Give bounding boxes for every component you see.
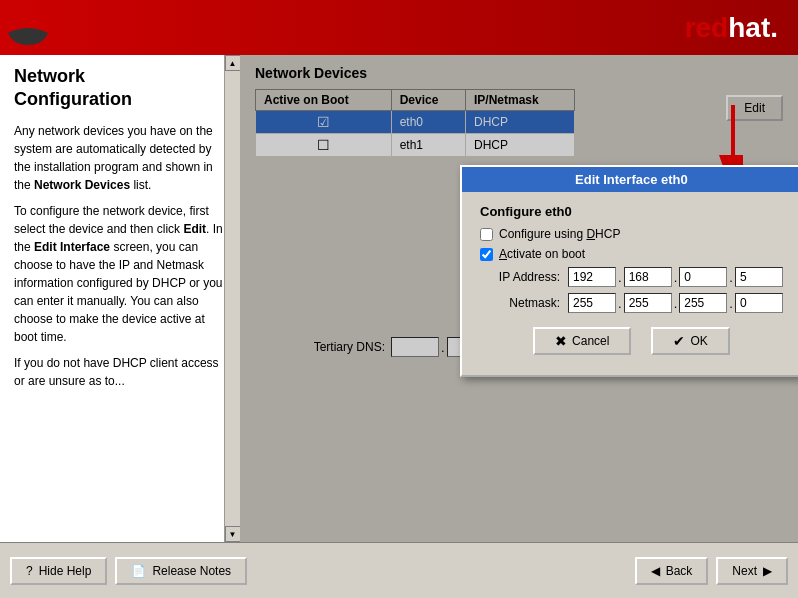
right-panel: Network Devices Active on Boot Device IP… bbox=[240, 55, 798, 542]
edit-interface-modal: Edit Interface eth0 Configure eth0 Confi… bbox=[460, 165, 798, 377]
cancel-label: Cancel bbox=[572, 334, 609, 348]
back-label: Back bbox=[666, 564, 693, 578]
netmask-field-row: Netmask: . . . bbox=[480, 293, 783, 313]
left-panel: NetworkConfiguration Any network devices… bbox=[0, 55, 240, 542]
release-notes-button[interactable]: 📄 Release Notes bbox=[115, 557, 247, 585]
brand-logo: redhat. bbox=[685, 12, 778, 44]
back-icon: ◀ bbox=[651, 564, 660, 578]
netmask-octet-2[interactable] bbox=[624, 293, 672, 313]
next-label: Next bbox=[732, 564, 757, 578]
ip-octet-3[interactable] bbox=[679, 267, 727, 287]
left-panel-para2: To configure the network device, first s… bbox=[14, 202, 226, 346]
release-notes-icon: 📄 bbox=[131, 564, 146, 578]
netmask-label: Netmask: bbox=[480, 296, 560, 310]
release-notes-label: Release Notes bbox=[152, 564, 231, 578]
ok-label: OK bbox=[690, 334, 707, 348]
modal-title: Edit Interface eth0 bbox=[462, 167, 798, 192]
scroll-track bbox=[225, 71, 240, 526]
modal-section-label: Configure eth0 bbox=[480, 204, 783, 219]
left-panel-para1: Any network devices you have on the syst… bbox=[14, 122, 226, 194]
ip-label: IP Address: bbox=[480, 270, 560, 284]
modal-buttons: ✖ Cancel ✔ OK bbox=[480, 327, 783, 355]
page-title: NetworkConfiguration bbox=[14, 65, 226, 112]
back-button[interactable]: ◀ Back bbox=[635, 557, 709, 585]
modal-body: Configure eth0 Configure using DHCP Acti… bbox=[462, 192, 798, 375]
dhcp-checkbox[interactable] bbox=[480, 228, 493, 241]
bottom-bar: ? Hide Help 📄 Release Notes ◀ Back Next … bbox=[0, 542, 798, 598]
scroll-down-btn[interactable]: ▼ bbox=[225, 526, 241, 542]
netmask-octet-3[interactable] bbox=[679, 293, 727, 313]
bottom-right-buttons: ◀ Back Next ▶ bbox=[635, 557, 788, 585]
activate-checkbox-row: Activate on boot bbox=[480, 247, 783, 261]
modal-overlay: Edit Interface eth0 Configure eth0 Confi… bbox=[240, 55, 798, 542]
ok-button[interactable]: ✔ OK bbox=[651, 327, 729, 355]
left-panel-scrollbar[interactable]: ▲ ▼ bbox=[224, 55, 240, 542]
brand-text: redhat. bbox=[685, 12, 778, 44]
hide-help-label: Hide Help bbox=[39, 564, 92, 578]
ip-octet-1[interactable] bbox=[568, 267, 616, 287]
next-button[interactable]: Next ▶ bbox=[716, 557, 788, 585]
ip-octet-2[interactable] bbox=[624, 267, 672, 287]
header: redhat. bbox=[0, 0, 798, 55]
ok-icon: ✔ bbox=[673, 333, 685, 349]
ip-octet-4[interactable] bbox=[735, 267, 783, 287]
bottom-left-buttons: ? Hide Help 📄 Release Notes bbox=[10, 557, 247, 585]
dhcp-checkbox-row: Configure using DHCP bbox=[480, 227, 783, 241]
cancel-icon: ✖ bbox=[555, 333, 567, 349]
netmask-octet-4[interactable] bbox=[735, 293, 783, 313]
main-content: NetworkConfiguration Any network devices… bbox=[0, 55, 798, 542]
hide-help-button[interactable]: ? Hide Help bbox=[10, 557, 107, 585]
netmask-octet-1[interactable] bbox=[568, 293, 616, 313]
dhcp-label: Configure using DHCP bbox=[499, 227, 620, 241]
netmask-inputs: . . . bbox=[568, 293, 783, 313]
activate-label: Activate on boot bbox=[499, 247, 585, 261]
activate-checkbox[interactable] bbox=[480, 248, 493, 261]
next-icon: ▶ bbox=[763, 564, 772, 578]
scroll-up-btn[interactable]: ▲ bbox=[225, 55, 241, 71]
left-panel-para3: If you do not have DHCP client access or… bbox=[14, 354, 226, 390]
cancel-button[interactable]: ✖ Cancel bbox=[533, 327, 631, 355]
ip-inputs: . . . bbox=[568, 267, 783, 287]
redhat-logo-icon bbox=[3, 3, 53, 53]
ip-field-row: IP Address: . . . bbox=[480, 267, 783, 287]
hide-help-icon: ? bbox=[26, 564, 33, 578]
